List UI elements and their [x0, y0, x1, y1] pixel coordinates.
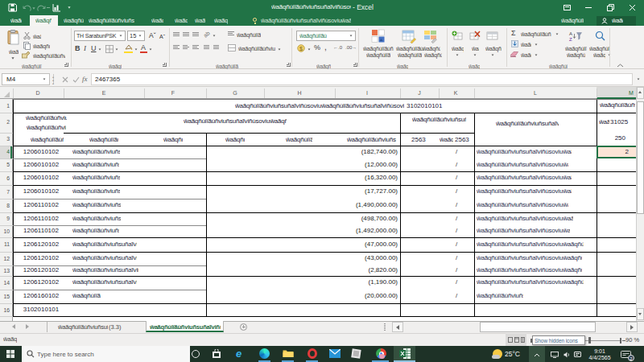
svg-text:A: A [569, 31, 572, 36]
svg-text:Z: Z [569, 37, 572, 42]
svg-text:$: $ [299, 46, 303, 51]
